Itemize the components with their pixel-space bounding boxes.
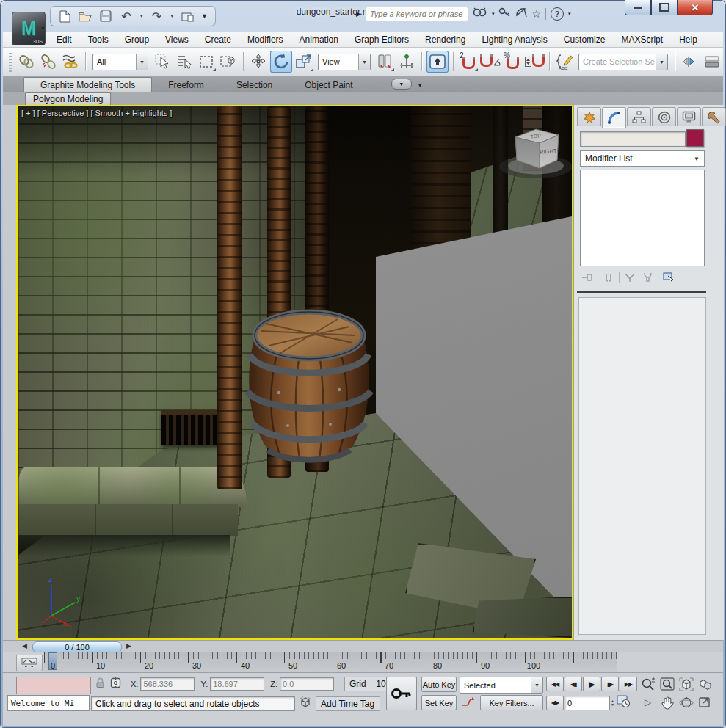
zoom-icon[interactable] [639, 677, 657, 691]
object-color-swatch[interactable] [686, 129, 704, 147]
z-coordinate-input[interactable] [280, 678, 333, 690]
viewcube-right-label[interactable]: RIGHT [540, 148, 557, 156]
restore-button[interactable] [651, 0, 678, 15]
angle-snap-toggle-icon[interactable] [480, 51, 501, 72]
tab-hierarchy[interactable] [627, 107, 651, 126]
y-coordinate-field[interactable] [210, 677, 264, 691]
menu-group[interactable]: Group [117, 33, 157, 46]
help-dropdown-icon[interactable]: ▾ [568, 11, 571, 17]
close-button[interactable]: ✕ [678, 0, 713, 15]
select-and-move-icon[interactable] [248, 51, 269, 72]
menu-graph-editors[interactable]: Graph Editors [346, 33, 417, 46]
tab-utilities[interactable] [702, 107, 726, 126]
y-coordinate-input[interactable] [211, 678, 264, 690]
perspective-viewport[interactable]: TOP RIGHT z y x [ + ] [ Perspective ] [ … [16, 105, 573, 640]
percent-snap-toggle-icon[interactable]: % [502, 51, 523, 72]
ribbon-minimize-toggle[interactable]: ▼ [391, 79, 412, 90]
modifier-stack-list[interactable] [580, 170, 705, 266]
select-and-link-icon[interactable] [16, 51, 37, 72]
orbit-icon[interactable] [677, 695, 695, 710]
field-of-view-icon[interactable]: ▷ [639, 695, 657, 710]
menu-animation[interactable]: Animation [291, 33, 346, 46]
maximize-viewport-toggle-icon[interactable] [696, 695, 714, 710]
ribbon-tab-graphite-modeling-tools[interactable]: Graphite Modeling Tools [23, 77, 152, 92]
key-mode-toggle-button[interactable]: ◀▶ [546, 696, 564, 710]
help-icon[interactable]: ? [551, 7, 564, 21]
selection-lock-icon[interactable] [95, 677, 105, 691]
search-dropdown-icon[interactable]: ▾ [492, 11, 495, 17]
layer-manager-icon[interactable] [702, 51, 722, 72]
wooden-barrel[interactable] [244, 306, 374, 467]
ribbon-tab-selection[interactable]: Selection [220, 78, 288, 92]
modifier-list-dropdown[interactable]: Modifier List ▼ [580, 150, 705, 167]
undo-button[interactable]: ↶ [120, 10, 133, 23]
zoom-extents-all-icon[interactable] [696, 677, 714, 691]
menu-views[interactable]: Views [157, 33, 197, 46]
search-input[interactable] [366, 7, 468, 21]
play-button[interactable]: ▶ [583, 677, 600, 691]
time-slider-right-arrow[interactable]: ▶ [126, 642, 131, 649]
selection-filter-dropdown[interactable]: All ▼ [92, 54, 148, 70]
bind-to-space-warp-icon[interactable] [60, 51, 81, 72]
open-file-button[interactable] [79, 10, 92, 23]
zoom-extents-icon[interactable] [677, 677, 695, 691]
rollout-area[interactable] [578, 297, 706, 635]
qat-customize-icon[interactable]: ▼ [201, 12, 208, 20]
maxscript-mini-listener-macro[interactable] [16, 677, 91, 694]
maxscript-mini-listener[interactable]: Welcome to Mi [7, 695, 90, 711]
search-icon[interactable] [473, 7, 487, 21]
key-filters-button[interactable]: Key Filters... [480, 695, 543, 710]
spinner-snap-toggle-icon[interactable] [524, 51, 545, 72]
application-menu-button[interactable]: M 3DS ▼ [12, 12, 46, 46]
viewport-label[interactable]: [ + ] [ Perspective ] [ Smooth + Highlig… [21, 109, 172, 117]
menu-rendering[interactable]: Rendering [417, 33, 473, 46]
menu-tools[interactable]: Tools [80, 33, 117, 46]
tab-display[interactable] [677, 107, 701, 126]
search-collapse-arrow-icon[interactable]: ▶ [356, 10, 361, 18]
project-folder-button[interactable] [181, 10, 194, 23]
save-file-button[interactable] [99, 10, 112, 23]
panel-tab-polygon-modeling[interactable]: Polygon Modeling [25, 92, 111, 105]
next-frame-button[interactable]: ▮▶ [601, 677, 619, 691]
key-mode-dropdown[interactable]: Selected ▼ [460, 677, 543, 694]
menu-lighting-analysis[interactable]: Lighting Analysis [473, 33, 555, 46]
minimize-button[interactable] [625, 0, 651, 15]
window-crossing-toggle-icon[interactable] [218, 51, 239, 72]
communication-center-icon[interactable] [515, 7, 527, 21]
current-frame-input[interactable] [565, 696, 609, 710]
ribbon-options-arrow-icon[interactable]: ▼ [418, 83, 423, 88]
mirror-icon[interactable] [680, 51, 700, 72]
unlink-selection-icon[interactable] [38, 51, 59, 72]
ribbon-tab-object-paint[interactable]: Object Paint [288, 78, 369, 92]
mini-curve-editor-button[interactable] [16, 655, 43, 671]
named-selection-sets-dropdown[interactable]: Create Selection Se ▼ [578, 54, 668, 70]
redo-dropdown-icon[interactable]: ▾ [171, 13, 174, 19]
tab-modify[interactable] [602, 107, 626, 128]
current-frame-field[interactable] [565, 696, 610, 710]
menu-maxscript[interactable]: MAXScript [613, 33, 671, 46]
pan-hand-icon[interactable] [658, 695, 676, 710]
time-slider[interactable]: 0 / 100 [32, 641, 122, 653]
redo-button[interactable]: ↷ [150, 10, 164, 23]
rectangular-selection-region-icon[interactable] [196, 51, 217, 72]
new-scene-button[interactable] [58, 10, 71, 23]
edit-named-selection-sets-icon[interactable]: ABC [554, 51, 575, 72]
select-and-rotate-icon[interactable] [270, 51, 292, 73]
show-end-result-icon[interactable] [601, 271, 616, 284]
viewcube[interactable]: TOP RIGHT [493, 120, 573, 187]
tab-motion[interactable] [652, 107, 676, 126]
menu-help[interactable]: Help [671, 33, 705, 46]
time-slider-left-arrow[interactable]: ◀ [22, 642, 27, 649]
z-coordinate-field[interactable] [280, 677, 334, 691]
menu-edit[interactable]: Edit [48, 33, 80, 46]
x-coordinate-field[interactable] [140, 677, 195, 691]
auto-key-button[interactable]: Auto Key [421, 677, 457, 692]
subscription-key-icon[interactable] [498, 7, 511, 21]
select-and-scale-icon[interactable] [294, 51, 314, 72]
snaps-toggle-icon[interactable]: 2 [458, 51, 479, 72]
select-and-manipulate-icon[interactable] [396, 51, 417, 72]
ribbon-tab-freeform[interactable]: Freeform [152, 78, 220, 92]
x-coordinate-input[interactable] [141, 678, 194, 690]
goto-end-button[interactable]: ▶▶ [620, 677, 637, 691]
menu-modifiers[interactable]: Modifiers [239, 33, 291, 46]
